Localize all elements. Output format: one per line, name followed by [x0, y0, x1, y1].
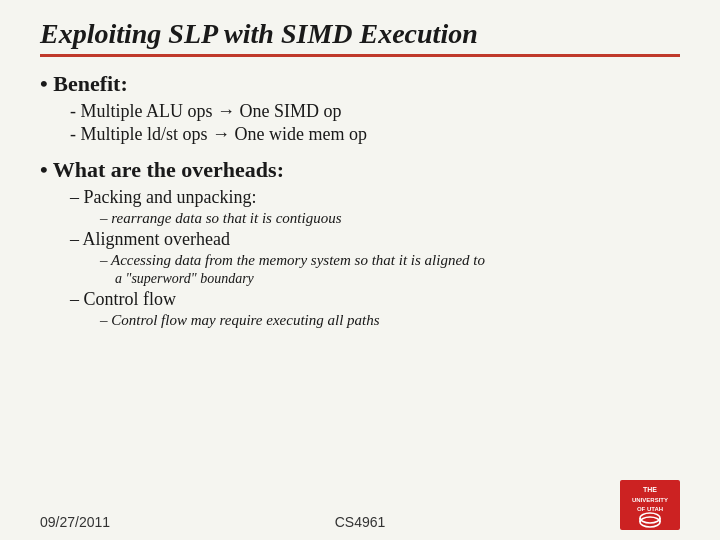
overheads-label: • What are the overheads: — [40, 157, 680, 183]
title-container: Exploiting SLP with SIMD Execution — [40, 18, 680, 57]
benefit-item-2: - Multiple ld/st ops → One wide mem op — [70, 124, 680, 145]
svg-text:UNIVERSITY: UNIVERSITY — [632, 497, 668, 503]
svg-text:THE: THE — [643, 486, 657, 493]
benefit-label: • Benefit: — [40, 71, 680, 97]
overhead-packing-label: – Packing and unpacking: — [70, 187, 680, 208]
overhead-alignment-label: – Alignment overhead — [70, 229, 680, 250]
overhead-alignment-sub: – Accessing data from the memory system … — [100, 252, 680, 269]
footer-date: 09/27/2011 — [40, 514, 110, 530]
footer-course: CS4961 — [335, 514, 386, 530]
svg-text:OF UTAH: OF UTAH — [637, 506, 663, 512]
slide: Exploiting SLP with SIMD Execution • Ben… — [0, 0, 720, 540]
utah-logo-icon: THE UNIVERSITY OF UTAH — [620, 480, 680, 530]
overhead-controlflow-sub: – Control flow may require executing all… — [100, 312, 680, 329]
benefit-item-1: - Multiple ALU ops → One SIMD op — [70, 101, 680, 122]
slide-title: Exploiting SLP with SIMD Execution — [40, 18, 478, 49]
overhead-packing-sub: – rearrange data so that it is contiguou… — [100, 210, 680, 227]
overhead-alignment-sub2: a "superword" boundary — [115, 271, 680, 287]
footer: 09/27/2011 CS4961 THE UNIVERSITY OF UTAH — [40, 480, 680, 530]
university-logo: THE UNIVERSITY OF UTAH — [620, 480, 680, 530]
overhead-controlflow-label: – Control flow — [70, 289, 680, 310]
